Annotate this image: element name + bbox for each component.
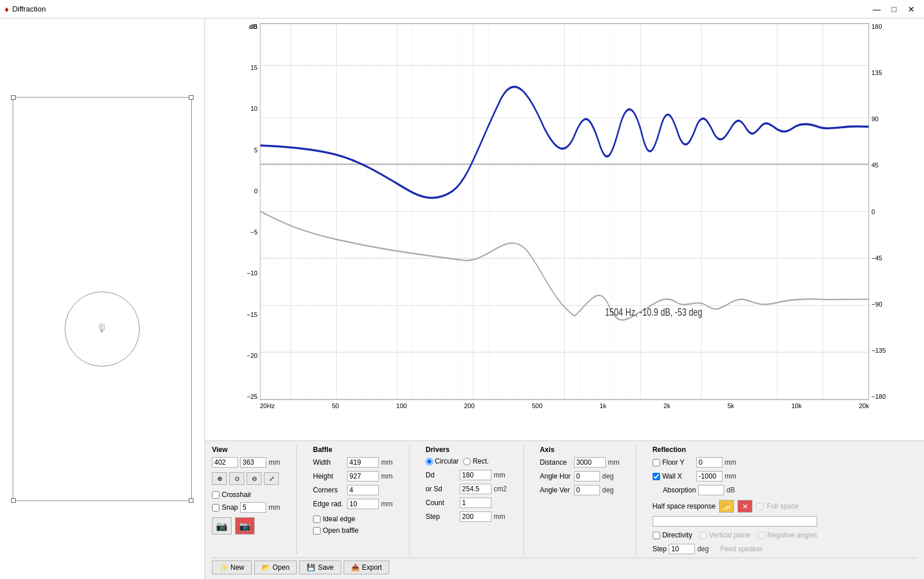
camera-save-button[interactable]: 📷 <box>235 517 255 535</box>
export-button[interactable]: 📤 Export <box>344 561 390 574</box>
new-label: New <box>230 563 244 571</box>
y-right-n45: −45 <box>871 255 882 262</box>
reflection-floory-row: Floor Y mm <box>653 457 817 468</box>
floor-y-checkbox[interactable] <box>653 459 660 466</box>
directivity-checkbox[interactable] <box>653 532 660 539</box>
drivers-count-input[interactable] <box>460 498 491 508</box>
rect-radio[interactable] <box>463 458 471 465</box>
baffle-width-row: Width mm <box>313 457 393 468</box>
baffle-corners-input[interactable] <box>347 485 379 495</box>
export-label: Export <box>362 563 382 571</box>
new-button[interactable]: ✨ New <box>212 561 252 574</box>
new-icon: ✨ <box>219 563 228 571</box>
zoom-in-button[interactable]: ⊕ <box>212 472 227 485</box>
window-controls: — □ ✕ <box>869 3 919 16</box>
divider-2 <box>409 446 409 554</box>
db-label: dB <box>249 23 258 30</box>
step-row: Step deg Feed speaker <box>653 544 817 554</box>
handle-tl[interactable] <box>11 95 16 100</box>
y-left-15: 15 <box>251 64 258 71</box>
axis-distance-input[interactable] <box>574 457 606 468</box>
handle-bl[interactable] <box>11 498 16 503</box>
y-left-10: 10 <box>251 105 258 112</box>
maximize-button[interactable]: □ <box>886 3 902 16</box>
reflection-floory-unit: mm <box>725 458 736 466</box>
y-axis-left: dB 15 10 5 0 −5 −10 −15 −20 −25 <box>234 23 260 400</box>
axis-group: Axis Distance mm Angle Hor deg Angle Ver <box>540 446 620 496</box>
drivers-type-row: Circular Rect. <box>426 457 507 465</box>
vertical-plane-checkbox[interactable] <box>699 532 707 539</box>
half-space-text-input[interactable] <box>653 516 817 526</box>
axis-distance-unit: mm <box>608 458 620 466</box>
y-right-0: 0 <box>871 208 875 215</box>
half-space-clear-button[interactable]: ✕ <box>737 500 752 513</box>
open-button[interactable]: 📂 Open <box>254 561 297 574</box>
ideal-edge-row: Ideal edge <box>313 515 393 523</box>
close-button[interactable]: ✕ <box>903 3 919 16</box>
y-left-n20: −20 <box>247 352 258 359</box>
negative-angles-checkbox[interactable] <box>758 532 765 539</box>
drivers-step-row: Step mm <box>426 511 507 522</box>
save-label: Save <box>318 563 333 571</box>
baffle-canvas[interactable]: 🎙 <box>13 97 192 501</box>
x-500: 500 <box>532 402 542 409</box>
half-space-open-button[interactable]: 📂 <box>719 500 734 513</box>
view-width-input[interactable] <box>212 457 238 468</box>
open-baffle-label: Open baffle <box>323 526 359 535</box>
chart-wrapper: dB 15 10 5 0 −5 −10 −15 −20 −25 180 135 … <box>234 23 895 417</box>
circular-radio[interactable] <box>426 458 433 465</box>
export-icon: 📤 <box>351 563 360 571</box>
axis-anglehor-input[interactable] <box>574 471 600 481</box>
baffle-height-input[interactable] <box>347 471 379 481</box>
drivers-sd-input[interactable] <box>460 484 491 494</box>
plot-area[interactable]: 1504 Hz, -10.9 dB, -53 deg <box>260 23 869 400</box>
crosshair-checkbox[interactable] <box>212 491 219 499</box>
circular-label: Circular <box>435 457 459 465</box>
view-height-input[interactable] <box>240 457 266 468</box>
camera-capture-button[interactable]: 📷 <box>212 517 232 535</box>
drivers-dd-input[interactable] <box>460 470 491 480</box>
save-button[interactable]: 💾 Save <box>299 561 341 574</box>
reflection-floory-input[interactable] <box>696 457 722 468</box>
axis-anglever-input[interactable] <box>574 485 600 495</box>
expand-button[interactable]: ⤢ <box>264 472 279 485</box>
handle-tr[interactable] <box>189 95 193 100</box>
view-group: View mm ⊕ ⊙ ⊖ ⤢ Crosshair <box>212 446 280 535</box>
reflection-group: Reflection Floor Y mm Wall X mm <box>653 446 817 554</box>
controls-row1: View mm ⊕ ⊙ ⊖ ⤢ Crosshair <box>212 446 917 554</box>
y-left-n15: −15 <box>247 311 258 318</box>
step-value-input[interactable] <box>669 544 695 554</box>
snap-value-input[interactable] <box>240 502 266 513</box>
open-baffle-checkbox[interactable] <box>313 527 321 535</box>
view-unit: mm <box>269 458 280 466</box>
divider-3 <box>523 446 524 554</box>
ideal-edge-checkbox[interactable] <box>313 516 321 523</box>
drivers-step-input[interactable] <box>460 511 491 522</box>
drivers-dd-unit: mm <box>494 471 505 479</box>
app-logo: ♦ <box>5 5 9 14</box>
y-right-n180: −180 <box>871 393 886 400</box>
half-space-row: Half space response 📂 ✕ Full space <box>653 500 817 513</box>
baffle-corners-row: Corners <box>313 485 393 495</box>
zoom-fit-button[interactable]: ⊙ <box>229 472 244 485</box>
handle-br[interactable] <box>189 498 193 503</box>
reflection-absorption-unit: dB <box>726 486 735 494</box>
axis-title: Axis <box>540 446 620 454</box>
baffle-width-input[interactable] <box>347 457 379 468</box>
app-title: Diffraction <box>12 5 869 13</box>
baffle-height-row: Height mm <box>313 471 393 481</box>
minimize-button[interactable]: — <box>869 3 885 16</box>
reflection-absorption-input[interactable] <box>698 485 724 495</box>
feed-speaker-label: Feed speaker <box>720 545 762 553</box>
main-container: 🎙 dB 15 10 5 0 −5 −10 −15 −20 −25 <box>0 18 924 579</box>
zoom-out-button[interactable]: ⊖ <box>247 472 262 485</box>
directivity-row: Directivity <box>653 531 692 539</box>
reflection-wallx-input[interactable] <box>696 471 722 481</box>
full-space-checkbox[interactable] <box>756 503 763 510</box>
reflection-title: Reflection <box>653 446 817 454</box>
view-zoom-buttons: ⊕ ⊙ ⊖ ⤢ <box>212 472 280 485</box>
baffle-edgerad-input[interactable] <box>347 499 379 509</box>
wall-x-checkbox[interactable] <box>653 473 660 480</box>
snap-checkbox[interactable] <box>212 504 219 511</box>
x-200: 200 <box>464 402 474 409</box>
